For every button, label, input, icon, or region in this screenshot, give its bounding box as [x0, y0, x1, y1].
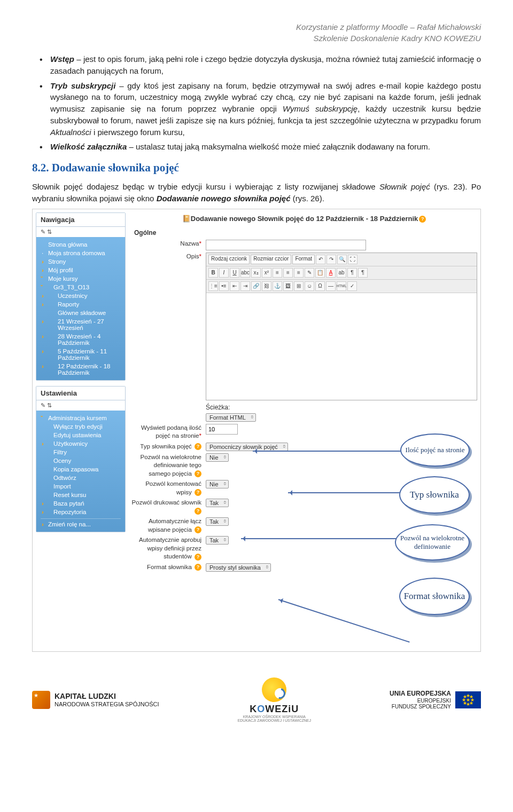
count-input[interactable]	[206, 424, 238, 435]
footer: KAPITAŁ LUDZKI NARODOWA STRATEGIA SPÓJNO…	[0, 668, 513, 732]
settings-title: Ustawienia	[36, 387, 125, 400]
logo-kapital-ludzki: KAPITAŁ LUDZKI NARODOWA STRATEGIA SPÓJNO…	[32, 691, 159, 709]
nav-item-pages[interactable]: Strony	[41, 257, 121, 266]
type-select[interactable]: Pomocniczy słownik pojęć	[206, 443, 288, 451]
settings-item[interactable]: Repozytoria	[41, 508, 121, 516]
align-left-icon[interactable]: ≡	[273, 268, 282, 278]
link-icon[interactable]: 🔗	[251, 281, 261, 291]
bullet-item: Wielkość załącznika – ustalasz tutaj jak…	[40, 141, 481, 153]
header-line1: Korzystanie z platformy Moodle – Rafał M…	[32, 21, 481, 33]
hr-icon[interactable]: —	[326, 281, 336, 291]
format-select[interactable]: Format	[292, 255, 315, 264]
settings-item[interactable]: Edytuj ustawienia	[41, 431, 121, 439]
size-select[interactable]: Rozmiar czcior	[251, 255, 291, 264]
align-right-icon[interactable]: ≡	[294, 268, 304, 278]
nav-item-courses[interactable]: Moje kursy	[41, 274, 121, 283]
help-icon[interactable]: ?	[195, 470, 201, 477]
kl-badge-icon	[32, 691, 50, 709]
nav-sub-week4[interactable]: 12 Październik - 18 Październik	[41, 362, 121, 377]
indent-icon[interactable]: ⇥	[240, 281, 250, 291]
edit-icons[interactable]: ✎ ⇅	[36, 400, 125, 411]
settings-item[interactable]: Baza pytań	[41, 499, 121, 508]
char-icon[interactable]: Ω	[315, 281, 325, 291]
moodle-screenshot: Nawigacja ✎ ⇅ Strona główna Moja strona …	[32, 209, 481, 652]
nav-sub-week2[interactable]: 28 Wrzesień - 4 Październik	[41, 332, 121, 347]
undo-icon[interactable]: ↶	[316, 255, 325, 264]
sun-icon	[262, 677, 286, 702]
rtl-icon[interactable]: ¶	[358, 268, 368, 278]
autolink-select[interactable]: Tak	[206, 517, 229, 526]
ltr-icon[interactable]: ¶	[347, 268, 357, 278]
label-comment: Pozwól komentować wpisy ?	[131, 480, 206, 496]
html-icon[interactable]: HTML	[337, 281, 346, 291]
anchor-icon[interactable]: ⚓	[273, 281, 282, 291]
nav-sub-participants[interactable]: Uczestnicy	[41, 291, 121, 300]
align-center-icon[interactable]: ≡	[283, 268, 293, 278]
emoji-icon[interactable]: ☺	[305, 281, 314, 291]
help-icon[interactable]: ?	[195, 526, 201, 533]
find-icon[interactable]: 🔍	[337, 255, 347, 264]
textcolor-icon[interactable]: A	[326, 268, 336, 278]
comment-select[interactable]: Nie	[206, 480, 229, 488]
nav-item-home[interactable]: Strona główna	[41, 240, 121, 249]
settings-item[interactable]: Kopia zapasowa	[41, 465, 121, 474]
name-input[interactable]	[206, 240, 366, 250]
settings-item[interactable]: Import	[41, 482, 121, 491]
nav-item-myhome[interactable]: Moja strona domowa	[41, 249, 121, 257]
nav-item-profile[interactable]: Mój profil	[41, 266, 121, 274]
ol-icon[interactable]: ⋮≡	[208, 281, 218, 291]
nav-sub-week3[interactable]: 5 Październik - 11 Październik	[41, 347, 121, 362]
italic-icon[interactable]: I	[219, 268, 229, 278]
settings-item[interactable]: Filtry	[41, 448, 121, 456]
settings-item[interactable]: Użytkownicy	[41, 439, 121, 448]
redo-icon[interactable]: ↷	[327, 255, 336, 264]
outdent-icon[interactable]: ⇤	[230, 281, 239, 291]
settings-item[interactable]: Odtwórz	[41, 474, 121, 482]
edit-icons[interactable]: ✎ ⇅	[36, 227, 125, 237]
spell-icon[interactable]: ✓	[347, 281, 357, 291]
bold-icon[interactable]: B	[208, 268, 218, 278]
dformat-select[interactable]: Prosty styl słownika	[206, 563, 271, 572]
settings-item[interactable]: Reset kursu	[41, 491, 121, 499]
rich-editor[interactable]: Rodzaj czcionk Rozmiar czcior Format ↶ ↷…	[206, 253, 477, 400]
nav-sub-reports[interactable]: Raporty	[41, 300, 121, 309]
clean-icon[interactable]: ✎	[305, 268, 314, 278]
editor-body[interactable]	[206, 293, 477, 400]
settings-item[interactable]: Oceny	[41, 456, 121, 465]
bullet-item: Tryb subskrypcji – gdy ktoś jest zapisan…	[40, 80, 481, 138]
paste-icon[interactable]: 📋	[315, 268, 325, 278]
approve-select[interactable]: Tak	[206, 536, 229, 545]
label-type: Typ słownika pojęć ?	[131, 443, 206, 451]
help-icon[interactable]: ?	[195, 564, 201, 571]
ul-icon[interactable]: •≡	[219, 281, 229, 291]
strike-icon[interactable]: abc	[240, 268, 250, 278]
help-icon[interactable]: ?	[195, 489, 201, 496]
help-icon[interactable]: ?	[195, 443, 201, 450]
help-icon[interactable]: ?	[195, 554, 201, 561]
print-select[interactable]: Tak	[206, 499, 229, 507]
multi-select[interactable]: Nie	[206, 453, 229, 462]
font-select[interactable]: Rodzaj czcionk	[208, 255, 250, 264]
table-icon[interactable]: ⊞	[294, 281, 304, 291]
callout-multi: Pozwól na wielokrotne definiowanie	[395, 524, 470, 561]
nav-sub-main[interactable]: Główne składowe	[41, 309, 121, 317]
bullet-list: Wstęp – jest to opis forum, jaką pełni r…	[32, 53, 481, 153]
unlink-icon[interactable]: ⛓	[262, 281, 271, 291]
label-name: Nazwa*	[131, 240, 206, 248]
nav-course[interactable]: Gr3_T3_O13	[41, 283, 121, 291]
document-header: Korzystanie z platformy Moodle – Rafał M…	[32, 21, 481, 44]
settings-admin[interactable]: Administracja kursem	[41, 414, 121, 422]
format-html-select[interactable]: Format HTML	[206, 413, 256, 422]
underline-icon[interactable]: U	[230, 268, 239, 278]
superscript-icon[interactable]: x²	[262, 268, 271, 278]
help-icon[interactable]: ?	[419, 216, 426, 223]
fullscreen-icon[interactable]: ⛶	[348, 255, 357, 264]
nav-sub-week1[interactable]: 21 Wrzesień - 27 Wrzesień	[41, 317, 121, 332]
image-icon[interactable]: 🖼	[283, 281, 293, 291]
label-dformat: Format słownika ?	[131, 563, 206, 572]
help-icon[interactable]: ?	[195, 508, 201, 515]
subscript-icon[interactable]: x₂	[251, 268, 261, 278]
settings-item[interactable]: Wyłącz tryb edycji	[41, 422, 121, 431]
settings-role[interactable]: Zmień rolę na...	[41, 518, 121, 529]
highlight-icon[interactable]: ab	[337, 268, 346, 278]
